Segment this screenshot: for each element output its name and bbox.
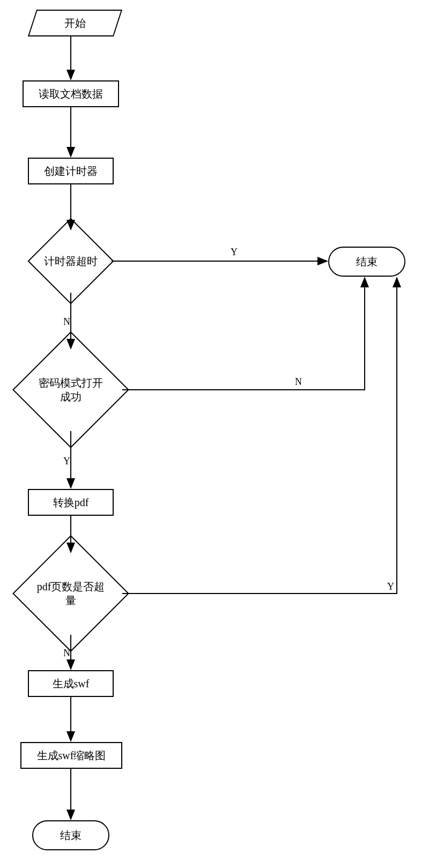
label-timer-n: N (63, 316, 70, 328)
node-create-timer: 创建计时器 (28, 158, 114, 184)
label-pdf-n: N (63, 648, 70, 659)
node-pdf-pages-label: pdf页数是否超 量 (35, 580, 107, 607)
node-gen-swf-thumb-label: 生成swf缩略图 (37, 748, 106, 762)
node-pdf-pages: pdf页数是否超 量 (29, 552, 112, 635)
node-read-doc: 读取文档数据 (23, 80, 119, 107)
node-end-right-label: 结束 (356, 255, 378, 269)
node-convert-pdf: 转换pdf (28, 489, 114, 516)
node-start: 开始 (27, 10, 123, 36)
node-timer-timeout: 计时器超时 (40, 231, 101, 292)
node-gen-swf-label: 生成swf (53, 677, 90, 691)
node-gen-swf-thumb: 生成swf缩略图 (20, 742, 122, 769)
node-timer-timeout-label: 计时器超时 (42, 254, 100, 268)
node-convert-pdf-label: 转换pdf (53, 495, 89, 509)
node-password-open: 密码模式打开 成功 (29, 348, 112, 431)
flowchart-canvas: 开始 读取文档数据 创建计时器 计时器超时 密码模式打开 成功 转换pdf pd… (0, 0, 429, 868)
node-end-bottom-label: 结束 (60, 828, 82, 842)
label-pwd-n: N (295, 376, 302, 388)
node-end-right: 结束 (328, 247, 405, 277)
label-pdf-y: Y (387, 581, 394, 592)
node-password-open-label: 密码模式打开 成功 (36, 376, 105, 404)
node-end-bottom: 结束 (32, 820, 109, 850)
node-gen-swf: 生成swf (28, 670, 114, 697)
node-start-label: 开始 (64, 16, 86, 30)
node-create-timer-label: 创建计时器 (44, 164, 98, 178)
label-pwd-y: Y (63, 456, 70, 467)
label-timer-y: Y (231, 247, 238, 258)
node-read-doc-label: 读取文档数据 (39, 87, 103, 101)
